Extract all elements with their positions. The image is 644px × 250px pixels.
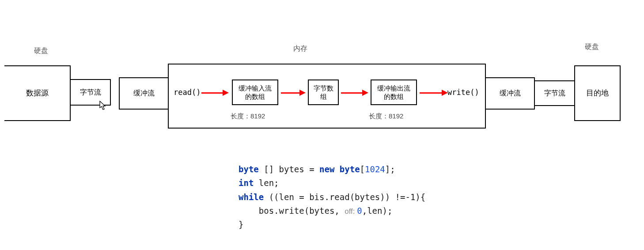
t1: [] bytes = (259, 164, 319, 174)
len-right-label: 长度：8192 (369, 112, 403, 121)
bufstream-left-text: 缓冲流 (133, 89, 155, 98)
t6: ((len = bis.read(bytes)) !=-1){ (264, 192, 425, 202)
memory-label: 内存 (293, 44, 307, 53)
t2 (334, 164, 339, 174)
t7: bos.write(bytes, (239, 206, 345, 216)
t9: } (239, 220, 243, 229)
bufstream-right-text: 缓冲流 (500, 89, 521, 98)
byte-array-box: 字节数组 (308, 80, 339, 105)
num-0: 0 (357, 206, 362, 216)
code-block: byte [] bytes = new byte[1024]; int len;… (239, 163, 425, 232)
cursor-icon (99, 101, 106, 110)
kw-byte: byte (239, 164, 259, 174)
num-1024: 1024 (365, 164, 385, 174)
diagram-canvas: 硬盘 内存 硬盘 数据源 字节流 缓冲流 read() 缓冲输入流的数组 长度：… (0, 0, 644, 250)
buf-out-array-box: 缓冲输出流的数组 (371, 80, 417, 105)
t3: [ (360, 164, 365, 174)
byte-array-text: 字节数组 (309, 84, 338, 101)
read-label: read() (174, 88, 201, 97)
bytestream-right-text: 字节流 (544, 89, 565, 98)
kw-byte2: byte (340, 164, 360, 174)
len-left-label: 长度：8192 (231, 112, 265, 121)
disk-left-label: 硬盘 (34, 46, 48, 56)
source-text: 数据源 (26, 88, 49, 98)
t4: ]; (385, 164, 395, 174)
dest-box: 目的地 (574, 65, 621, 121)
t5: len; (254, 178, 279, 188)
write-label: write() (447, 88, 479, 97)
kw-int: int (239, 178, 254, 188)
bytestream-left-text: 字节流 (80, 88, 101, 97)
bufstream-left-box: 缓冲流 (119, 77, 169, 110)
buf-in-array-text: 缓冲输入流的数组 (233, 84, 277, 101)
buf-out-array-text: 缓冲输出流的数组 (371, 84, 416, 101)
hint-off: off: (345, 207, 357, 216)
kw-new: new (319, 164, 334, 174)
disk-right-label: 硬盘 (585, 42, 599, 52)
bytestream-right-box: 字节流 (534, 80, 575, 106)
source-box: 数据源 (4, 65, 71, 121)
bufstream-right-box: 缓冲流 (485, 77, 535, 110)
t8: ,len); (362, 206, 393, 216)
dest-text: 目的地 (586, 88, 609, 98)
kw-while: while (239, 192, 264, 202)
buf-in-array-box: 缓冲输入流的数组 (232, 80, 278, 105)
